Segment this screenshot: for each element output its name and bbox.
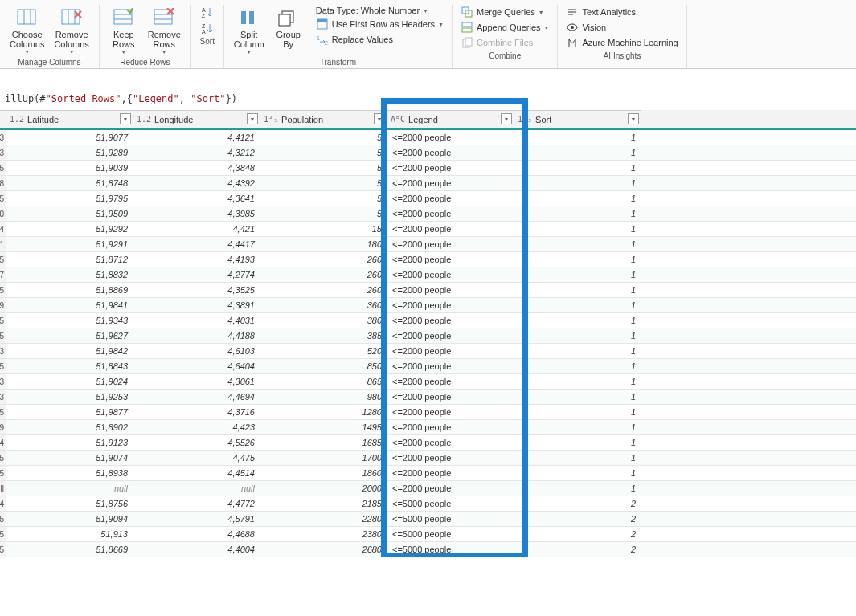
cell[interactable]: null: [133, 481, 260, 496]
cell[interactable]: 1: [514, 252, 641, 267]
cell[interactable]: 1: [514, 176, 641, 190]
cell[interactable]: 15: [260, 222, 387, 236]
cell[interactable]: 5: [260, 161, 387, 175]
cell[interactable]: 1860: [260, 466, 387, 480]
cell[interactable]: 1: [514, 435, 641, 450]
cell[interactable]: <=2000 people: [387, 313, 514, 328]
cell[interactable]: 51,8669: [6, 542, 133, 557]
table-row[interactable]: 551,97954,36415<=2000 people1: [0, 191, 856, 206]
remove-columns-button[interactable]: Remove Columns ▼: [49, 5, 93, 56]
table-row[interactable]: 551,93434,4031380<=2000 people1: [0, 313, 856, 328]
cell[interactable]: 4,3061: [133, 374, 260, 389]
cell[interactable]: 51,9253: [6, 390, 133, 404]
split-column-button[interactable]: Split Column ▼: [229, 5, 269, 56]
cell[interactable]: 1700: [260, 451, 387, 465]
cell[interactable]: 51,9795: [6, 191, 133, 206]
cell[interactable]: 4,3212: [133, 145, 260, 160]
cell[interactable]: 2185: [260, 496, 387, 511]
cell[interactable]: 850: [260, 359, 387, 373]
cell[interactable]: 51,9123: [6, 435, 133, 450]
table-row[interactable]: 951,98414,3891360<=2000 people1: [0, 298, 856, 313]
column-header-sort[interactable]: 1²₃Sort▼: [514, 110, 641, 128]
cell[interactable]: 4,4688: [133, 527, 260, 541]
table-row[interactable]: 351,90774,41215<=2000 people1: [0, 130, 856, 145]
cell[interactable]: 1: [514, 298, 641, 312]
cell[interactable]: 51,8756: [6, 496, 133, 511]
cell[interactable]: 1495: [260, 420, 387, 434]
cell[interactable]: 51,9509: [6, 206, 133, 221]
cell[interactable]: 5: [260, 145, 387, 160]
cell[interactable]: 865: [260, 374, 387, 389]
cell[interactable]: 51,9841: [6, 298, 133, 312]
cell[interactable]: 51,9842: [6, 344, 133, 358]
azure-ml-button[interactable]: Azure Machine Learning: [563, 35, 681, 50]
table-row[interactable]: 351,98424,6103520<=2000 people1: [0, 344, 856, 359]
table-row[interactable]: 551,88434,6404850<=2000 people1: [0, 359, 856, 374]
table-row[interactable]: 551,89384,45141860<=2000 people1: [0, 466, 856, 481]
table-row[interactable]: 451,91234,55261685<=2000 people1: [0, 435, 856, 451]
cell[interactable]: 5: [260, 130, 387, 145]
keep-rows-button[interactable]: Keep Rows ▼: [104, 5, 143, 56]
cell[interactable]: 51,9039: [6, 161, 133, 175]
filter-dropdown-icon[interactable]: ▼: [628, 113, 639, 124]
cell[interactable]: <=2000 people: [387, 481, 514, 496]
table-row[interactable]: 951,89024,4231495<=2000 people1: [0, 420, 856, 435]
cell[interactable]: <=2000 people: [387, 451, 514, 465]
cell[interactable]: 4,2774: [133, 267, 260, 282]
cell[interactable]: 4,4031: [133, 313, 260, 328]
table-row[interactable]: 551,90944,57912280<=5000 people2: [0, 512, 856, 527]
cell[interactable]: <=2000 people: [387, 344, 514, 358]
cell[interactable]: 5: [260, 206, 387, 221]
sort-desc-button[interactable]: ZA: [198, 21, 217, 35]
filter-dropdown-icon[interactable]: ▼: [374, 113, 385, 124]
cell[interactable]: 4,3641: [133, 191, 260, 206]
cell[interactable]: 51,9627: [6, 328, 133, 343]
cell[interactable]: 4,6103: [133, 344, 260, 358]
cell[interactable]: 1: [514, 390, 641, 404]
cell[interactable]: 1: [514, 466, 641, 480]
table-row[interactable]: 551,90744,4751700<=2000 people1: [0, 451, 856, 466]
cell[interactable]: 1: [514, 267, 641, 282]
column-header-longitude[interactable]: 1.2Longitude▼: [133, 110, 260, 128]
cell[interactable]: 2: [514, 542, 641, 557]
table-row[interactable]: 551,96274,4188385<=2000 people1: [0, 328, 856, 344]
cell[interactable]: <=2000 people: [387, 176, 514, 190]
cell[interactable]: 1: [514, 451, 641, 465]
cell[interactable]: 1: [514, 222, 641, 236]
cell[interactable]: 520: [260, 344, 387, 358]
vision-button[interactable]: Vision: [563, 20, 681, 35]
cell[interactable]: <=2000 people: [387, 222, 514, 236]
cell[interactable]: 1280: [260, 405, 387, 419]
table-row[interactable]: 551,90394,38485<=2000 people1: [0, 161, 856, 176]
cell[interactable]: 4,3848: [133, 161, 260, 175]
cell[interactable]: <=2000 people: [387, 206, 514, 221]
cell[interactable]: <=2000 people: [387, 252, 514, 267]
cell[interactable]: 4,3716: [133, 405, 260, 419]
text-analytics-button[interactable]: Text Analytics: [563, 5, 681, 19]
cell[interactable]: 1: [514, 237, 641, 251]
cell[interactable]: 51,9289: [6, 145, 133, 160]
cell[interactable]: 4,3891: [133, 298, 260, 312]
cell[interactable]: 2: [514, 512, 641, 526]
cell[interactable]: 4,4514: [133, 466, 260, 480]
cell[interactable]: 1: [514, 283, 641, 297]
cell[interactable]: 51,9074: [6, 451, 133, 465]
cell[interactable]: 260: [260, 267, 387, 282]
cell[interactable]: 2280: [260, 512, 387, 526]
cell[interactable]: 51,913: [6, 527, 133, 541]
table-row[interactable]: 451,92924,42115<=2000 people1: [0, 222, 856, 237]
cell[interactable]: 1: [514, 405, 641, 419]
group-by-button[interactable]: Group By: [269, 5, 308, 56]
filter-dropdown-icon[interactable]: ▼: [120, 113, 131, 124]
cell[interactable]: 4,3985: [133, 206, 260, 221]
choose-columns-button[interactable]: Choose Columns ▼: [5, 5, 49, 56]
cell[interactable]: 1: [514, 161, 641, 175]
filter-dropdown-icon[interactable]: ▼: [501, 113, 512, 124]
cell[interactable]: 360: [260, 298, 387, 312]
cell[interactable]: 51,8832: [6, 267, 133, 282]
cell[interactable]: 180: [260, 237, 387, 251]
cell[interactable]: <=2000 people: [387, 191, 514, 206]
cell[interactable]: <=2000 people: [387, 328, 514, 343]
data-type-button[interactable]: Data Type: Whole Number ▼: [313, 5, 447, 16]
cell[interactable]: 51,8748: [6, 176, 133, 190]
